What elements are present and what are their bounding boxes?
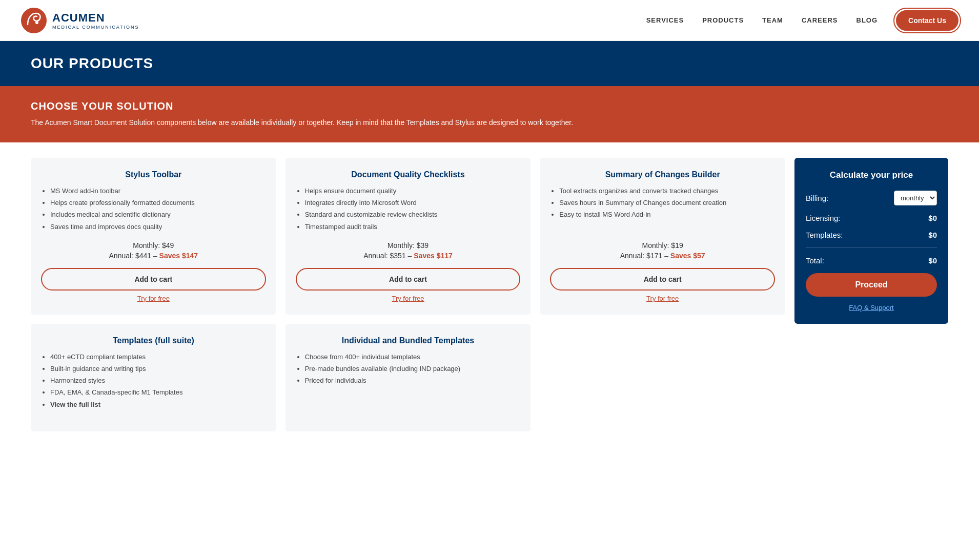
feature-item: Built-in guidance and writing tips (50, 364, 266, 374)
licensing-value: $0 (928, 214, 937, 222)
feature-item: Timestamped audit trails (305, 222, 521, 232)
feature-item: Helps create professionally formatted do… (50, 198, 266, 208)
choose-heading: CHOOSE YOUR SOLUTION (31, 100, 948, 112)
feature-item: Tool extracts organizes and converts tra… (559, 186, 775, 196)
feature-item: Integrates directly into Microsoft Word (305, 198, 521, 208)
logo-title: ACUMEN (52, 11, 139, 25)
add-to-cart-stylus[interactable]: Add to cart (41, 268, 266, 291)
annual-price-changes: Annual: $171 – Saves $57 (550, 252, 775, 260)
feature-item: Standard and customizable review checkli… (305, 210, 521, 219)
product-title-individual-templates: Individual and Bundled Templates (296, 336, 521, 345)
total-label: Total: (806, 256, 824, 265)
monthly-price-stylus: Monthly: $49 (41, 241, 266, 250)
calc-divider (806, 247, 937, 248)
logo-subtitle: MEDICAL COMMUNICATIONS (52, 25, 139, 30)
try-free-stylus[interactable]: Try for free (41, 295, 266, 302)
feature-item: Priced for individuals (305, 376, 521, 385)
feature-item: Easy to install MS Word Add-in (559, 210, 775, 219)
billing-label: Billing: (806, 194, 828, 202)
logo-text: ACUMEN MEDICAL COMMUNICATIONS (52, 11, 139, 30)
nav-products[interactable]: PRODUCTS (702, 16, 744, 24)
nav-team[interactable]: TEAM (762, 16, 783, 24)
contact-us-button[interactable]: Contact Us (896, 10, 958, 31)
feature-item: Includes medical and scientific dictiona… (50, 210, 266, 219)
product-card-changes: Summary of Changes Builder Tool extracts… (540, 158, 785, 315)
monthly-price-checklists: Monthly: $39 (296, 241, 521, 250)
feature-item: Saves hours in Summary of Changes docume… (559, 198, 775, 208)
licensing-label: Licensing: (806, 214, 841, 222)
feature-item: Harmonized styles (50, 376, 266, 385)
calculate-title: Calculate your price (806, 170, 937, 180)
product-title-templates-full: Templates (full suite) (41, 336, 266, 345)
nav-services[interactable]: SERVICES (646, 16, 684, 24)
add-to-cart-changes[interactable]: Add to cart (550, 268, 775, 291)
feature-item: Choose from 400+ individual templates (305, 352, 521, 362)
empty-slot (540, 324, 785, 431)
nav-careers[interactable]: CAREERS (802, 16, 838, 24)
product-features-templates-full: 400+ eCTD compliant templates Built-in g… (41, 352, 266, 412)
product-title-changes: Summary of Changes Builder (550, 170, 775, 179)
main-nav: SERVICES PRODUCTS TEAM CAREERS BLOG Cont… (646, 10, 958, 31)
product-title-stylus: Stylus Toolbar (41, 170, 266, 179)
hero-banner: OUR PRODUCTS (0, 41, 979, 86)
product-features-individual: Choose from 400+ individual templates Pr… (296, 352, 521, 412)
logo-icon (21, 7, 47, 34)
calculate-card: Calculate your price Billing: monthlyann… (794, 158, 948, 324)
choose-section: CHOOSE YOUR SOLUTION The Acumen Smart Do… (0, 86, 979, 142)
templates-value: $0 (928, 231, 937, 239)
templates-label: Templates: (806, 231, 843, 239)
feature-item: MS Word add-in toolbar (50, 186, 266, 196)
try-free-changes[interactable]: Try for free (550, 295, 775, 302)
saves-stylus: Saves $147 (159, 252, 198, 260)
total-row: Total: $0 (806, 256, 937, 265)
feature-item: View the full list (50, 400, 266, 409)
nav-blog[interactable]: BLOG (856, 16, 878, 24)
logo: ACUMEN MEDICAL COMMUNICATIONS (21, 7, 139, 34)
total-value: $0 (928, 256, 937, 265)
proceed-button[interactable]: Proceed (806, 273, 937, 297)
templates-row: Templates: $0 (806, 231, 937, 239)
product-features-stylus: MS Word add-in toolbar Helps create prof… (41, 186, 266, 234)
product-features-changes: Tool extracts organizes and converts tra… (550, 186, 775, 234)
header: ACUMEN MEDICAL COMMUNICATIONS SERVICES P… (0, 0, 979, 41)
product-card-individual-templates: Individual and Bundled Templates Choose … (285, 324, 531, 431)
products-grid: Stylus Toolbar MS Word add-in toolbar He… (31, 158, 948, 431)
product-features-checklists: Helps ensure document quality Integrates… (296, 186, 521, 234)
saves-checklists: Saves $117 (414, 252, 453, 260)
products-area: Stylus Toolbar MS Word add-in toolbar He… (0, 142, 979, 447)
monthly-price-changes: Monthly: $19 (550, 241, 775, 250)
product-title-checklists: Document Quality Checklists (296, 170, 521, 179)
product-card-templates-full: Templates (full suite) 400+ eCTD complia… (31, 324, 276, 431)
product-card-checklists: Document Quality Checklists Helps ensure… (285, 158, 531, 315)
saves-changes: Saves $57 (670, 252, 705, 260)
feature-item: 400+ eCTD compliant templates (50, 352, 266, 362)
feature-item: Saves time and improves docs quality (50, 222, 266, 232)
faq-link[interactable]: FAQ & Support (806, 304, 937, 312)
billing-select[interactable]: monthlyannual (894, 191, 937, 205)
page-title: OUR PRODUCTS (31, 55, 948, 72)
try-free-checklists[interactable]: Try for free (296, 295, 521, 302)
feature-item: Helps ensure document quality (305, 186, 521, 196)
billing-row: Billing: monthlyannual (806, 191, 937, 205)
add-to-cart-checklists[interactable]: Add to cart (296, 268, 521, 291)
annual-price-stylus: Annual: $441 – Saves $147 (41, 252, 266, 260)
choose-description: The Acumen Smart Document Solution compo… (31, 117, 948, 128)
annual-price-checklists: Annual: $351 – Saves $117 (296, 252, 521, 260)
svg-point-1 (35, 21, 38, 24)
product-card-stylus: Stylus Toolbar MS Word add-in toolbar He… (31, 158, 276, 315)
feature-item: FDA, EMA, & Canada-specific M1 Templates (50, 388, 266, 397)
licensing-row: Licensing: $0 (806, 214, 937, 222)
feature-item: Pre-made bundles available (including IN… (305, 364, 521, 374)
